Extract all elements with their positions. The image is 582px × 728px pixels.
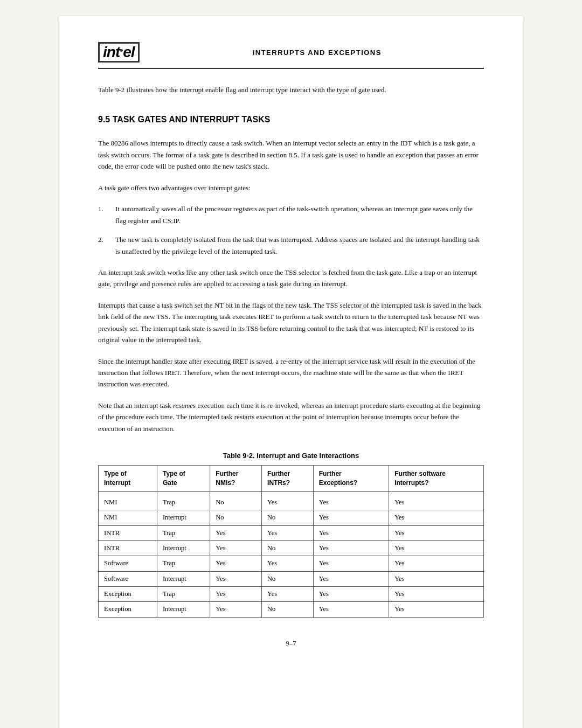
table-cell: Yes: [313, 510, 389, 525]
col-header-interrupt: Type ofInterrupt: [99, 466, 157, 492]
body-paragraph-5: Since the interrupt handler state after …: [98, 356, 484, 390]
table-cell: Yes: [313, 571, 389, 586]
table-cell: Trap: [157, 491, 210, 510]
table-cell: Software: [99, 571, 157, 586]
col-header-exceptions: FurtherExceptions?: [313, 466, 389, 492]
table-cell: No: [210, 510, 262, 525]
table-body: NMITrapNoYesYesYesNMIInterruptNoNoYesYes…: [99, 491, 484, 617]
table-cell: No: [262, 540, 314, 556]
page-number: 9–7: [286, 639, 296, 647]
section-heading: 9.5 TASK GATES AND INTERRUPT TASKS: [98, 115, 484, 124]
table-cell: Yes: [389, 556, 484, 571]
table-cell: Yes: [389, 525, 484, 540]
table-cell: Software: [99, 556, 157, 571]
table-cell: Yes: [262, 525, 314, 540]
table-cell: Trap: [157, 556, 210, 571]
col-header-gate: Type ofGate: [157, 466, 210, 492]
body-paragraph-6: Note that an interrupt task resumes exec…: [98, 400, 484, 434]
intel-logo: intel: [98, 42, 140, 63]
table-header-row: Type ofInterrupt Type ofGate FurtherNMIs…: [99, 466, 484, 492]
list-number-1: 1.: [98, 203, 115, 226]
body-paragraph-3: An interrupt task switch works like any …: [98, 267, 484, 290]
table-row: INTRInterruptYesNoYesYes: [99, 540, 484, 556]
col-header-software: Further softwareInterrupts?: [389, 466, 484, 492]
table-cell: Interrupt: [157, 510, 210, 525]
table-row: SoftwareTrapYesYesYesYes: [99, 556, 484, 571]
table-cell: Trap: [157, 525, 210, 540]
table-cell: Interrupt: [157, 602, 210, 617]
col-header-nmis: FurtherNMIs?: [210, 466, 262, 492]
table-cell: No: [210, 491, 262, 510]
table-cell: Yes: [389, 540, 484, 556]
table-section: Table 9-2. Interrupt and Gate Interactio…: [98, 452, 484, 618]
data-table: Type ofInterrupt Type ofGate FurtherNMIs…: [98, 465, 484, 618]
table-cell: Yes: [313, 556, 389, 571]
table-cell: Yes: [210, 525, 262, 540]
intro-paragraph: Table 9-2 illustrates how the interrupt …: [98, 84, 484, 95]
body-paragraph-2: A task gate offers two advantages over i…: [98, 182, 484, 193]
list-number-2: 2.: [98, 234, 115, 257]
table-cell: Yes: [313, 540, 389, 556]
table-cell: Yes: [262, 587, 314, 602]
table-cell: No: [262, 602, 314, 617]
table-row: INTRTrapYesYesYesYes: [99, 525, 484, 540]
table-row: NMITrapNoYesYesYes: [99, 491, 484, 510]
table-cell: Yes: [210, 540, 262, 556]
table-cell: Yes: [210, 587, 262, 602]
table-cell: No: [262, 571, 314, 586]
advantages-list: 1. It automatically saves all of the pro…: [98, 203, 484, 257]
table-cell: Yes: [313, 587, 389, 602]
table-cell: No: [262, 510, 314, 525]
body-paragraph-4: Interrupts that cause a task switch set …: [98, 300, 484, 346]
table-cell: INTR: [99, 540, 157, 556]
page-footer: 9–7: [98, 639, 484, 648]
table-cell: Yes: [313, 491, 389, 510]
body-paragraph-1: The 80286 allows interrupts to directly …: [98, 137, 484, 172]
table-row: ExceptionInterruptYesNoYesYes: [99, 602, 484, 617]
list-item-2: 2. The new task is completely isolated f…: [98, 234, 484, 257]
col-header-intrs: FurtherINTRs?: [262, 466, 314, 492]
list-text-2: The new task is completely isolated from…: [115, 234, 484, 257]
header-title: INTERRUPTS AND EXCEPTIONS: [150, 48, 484, 57]
table-caption: Table 9-2. Interrupt and Gate Interactio…: [98, 452, 484, 460]
table-cell: Interrupt: [157, 540, 210, 556]
list-text-1: It automatically saves all of the proces…: [115, 203, 484, 226]
page-header: intel INTERRUPTS AND EXCEPTIONS: [98, 42, 484, 69]
table-row: ExceptionTrapYesYesYesYes: [99, 587, 484, 602]
list-item-1: 1. It automatically saves all of the pro…: [98, 203, 484, 226]
table-row: NMIInterruptNoNoYesYes: [99, 510, 484, 525]
table-row: SoftwareInterruptYesNoYesYes: [99, 571, 484, 586]
table-cell: Yes: [389, 602, 484, 617]
table-cell: Yes: [210, 571, 262, 586]
table-cell: Yes: [313, 602, 389, 617]
table-cell: Trap: [157, 587, 210, 602]
table-cell: Yes: [313, 525, 389, 540]
table-cell: Yes: [389, 491, 484, 510]
table-cell: Yes: [262, 491, 314, 510]
table-cell: Yes: [389, 571, 484, 586]
table-cell: Yes: [210, 556, 262, 571]
table-cell: INTR: [99, 525, 157, 540]
table-cell: NMI: [99, 491, 157, 510]
table-cell: Yes: [389, 510, 484, 525]
page: intel INTERRUPTS AND EXCEPTIONS Table 9-…: [59, 16, 523, 728]
table-cell: Exception: [99, 602, 157, 617]
table-cell: Yes: [389, 587, 484, 602]
table-cell: Yes: [262, 556, 314, 571]
table-cell: NMI: [99, 510, 157, 525]
table-cell: Yes: [210, 602, 262, 617]
table-cell: Interrupt: [157, 571, 210, 586]
table-cell: Exception: [99, 587, 157, 602]
